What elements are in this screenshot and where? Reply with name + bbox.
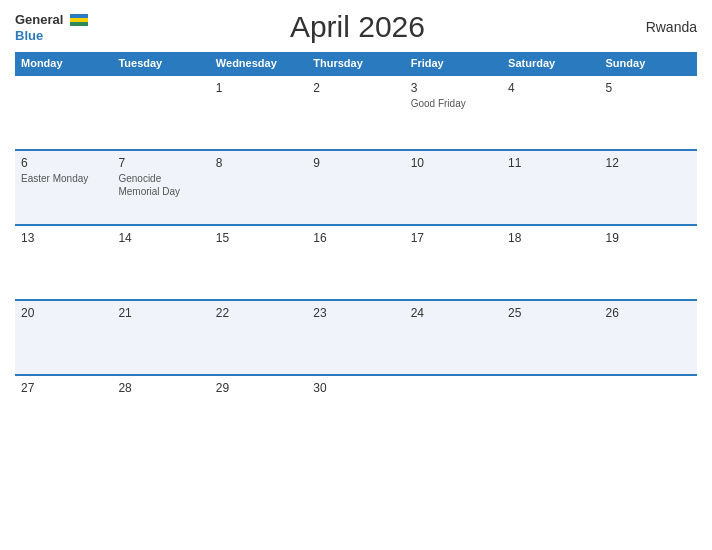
calendar-cell: 28 <box>112 375 209 450</box>
calendar-title: April 2026 <box>88 10 627 44</box>
calendar-cell: 16 <box>307 225 404 300</box>
header: General Blue April 2026 Rwanda <box>15 10 697 44</box>
col-wednesday: Wednesday <box>210 52 307 75</box>
day-number: 23 <box>313 306 398 320</box>
calendar-cell: 1 <box>210 75 307 150</box>
calendar-cell: 8 <box>210 150 307 225</box>
calendar-cell: 27 <box>15 375 112 450</box>
day-number: 3 <box>411 81 496 95</box>
calendar-cell <box>112 75 209 150</box>
calendar-cell: 11 <box>502 150 599 225</box>
day-number: 4 <box>508 81 593 95</box>
calendar-page: General Blue April 2026 Rwanda Monday Tu… <box>0 0 712 550</box>
calendar-cell: 29 <box>210 375 307 450</box>
country-label: Rwanda <box>627 19 697 35</box>
logo: General Blue <box>15 11 88 43</box>
col-sunday: Sunday <box>600 52 697 75</box>
logo-flag-icon <box>70 14 88 26</box>
day-number: 15 <box>216 231 301 245</box>
day-number: 14 <box>118 231 203 245</box>
calendar-cell <box>405 375 502 450</box>
calendar-cell: 22 <box>210 300 307 375</box>
week-row-1: 123Good Friday45 <box>15 75 697 150</box>
calendar-cell: 10 <box>405 150 502 225</box>
col-friday: Friday <box>405 52 502 75</box>
logo-bottom: Blue <box>15 27 88 43</box>
col-saturday: Saturday <box>502 52 599 75</box>
day-number: 20 <box>21 306 106 320</box>
day-number: 25 <box>508 306 593 320</box>
day-number: 29 <box>216 381 301 395</box>
calendar-cell: 25 <box>502 300 599 375</box>
day-number: 22 <box>216 306 301 320</box>
logo-blue-text: Blue <box>15 28 43 43</box>
logo-top: General <box>15 11 88 27</box>
calendar-cell: 5 <box>600 75 697 150</box>
col-tuesday: Tuesday <box>112 52 209 75</box>
day-number: 26 <box>606 306 691 320</box>
logo-general-text: General <box>15 12 63 27</box>
day-number: 27 <box>21 381 106 395</box>
calendar-table: Monday Tuesday Wednesday Thursday Friday… <box>15 52 697 450</box>
day-number: 30 <box>313 381 398 395</box>
calendar-cell: 3Good Friday <box>405 75 502 150</box>
calendar-cell: 18 <box>502 225 599 300</box>
day-number: 5 <box>606 81 691 95</box>
day-number: 16 <box>313 231 398 245</box>
holiday-label: Easter Monday <box>21 172 106 185</box>
week-row-5: 27282930 <box>15 375 697 450</box>
calendar-cell: 19 <box>600 225 697 300</box>
col-monday: Monday <box>15 52 112 75</box>
calendar-cell: 9 <box>307 150 404 225</box>
calendar-body: 123Good Friday456Easter Monday7Genocide … <box>15 75 697 450</box>
day-number: 6 <box>21 156 106 170</box>
week-row-2: 6Easter Monday7Genocide Memorial Day8910… <box>15 150 697 225</box>
day-number: 7 <box>118 156 203 170</box>
calendar-cell: 17 <box>405 225 502 300</box>
calendar-cell: 15 <box>210 225 307 300</box>
calendar-cell: 4 <box>502 75 599 150</box>
calendar-cell <box>15 75 112 150</box>
holiday-label: Genocide Memorial Day <box>118 172 203 198</box>
calendar-cell: 24 <box>405 300 502 375</box>
calendar-cell: 14 <box>112 225 209 300</box>
day-number: 21 <box>118 306 203 320</box>
calendar-cell: 20 <box>15 300 112 375</box>
day-number: 24 <box>411 306 496 320</box>
calendar-cell: 23 <box>307 300 404 375</box>
calendar-cell: 13 <box>15 225 112 300</box>
holiday-label: Good Friday <box>411 97 496 110</box>
calendar-cell: 26 <box>600 300 697 375</box>
col-thursday: Thursday <box>307 52 404 75</box>
calendar-cell: 6Easter Monday <box>15 150 112 225</box>
calendar-cell <box>502 375 599 450</box>
days-header-row: Monday Tuesday Wednesday Thursday Friday… <box>15 52 697 75</box>
calendar-cell: 12 <box>600 150 697 225</box>
day-number: 8 <box>216 156 301 170</box>
day-number: 9 <box>313 156 398 170</box>
calendar-cell: 30 <box>307 375 404 450</box>
calendar-cell: 2 <box>307 75 404 150</box>
day-number: 1 <box>216 81 301 95</box>
day-number: 13 <box>21 231 106 245</box>
week-row-4: 20212223242526 <box>15 300 697 375</box>
calendar-cell <box>600 375 697 450</box>
week-row-3: 13141516171819 <box>15 225 697 300</box>
day-number: 10 <box>411 156 496 170</box>
calendar-cell: 21 <box>112 300 209 375</box>
day-number: 19 <box>606 231 691 245</box>
calendar-cell: 7Genocide Memorial Day <box>112 150 209 225</box>
day-number: 17 <box>411 231 496 245</box>
day-number: 2 <box>313 81 398 95</box>
day-number: 11 <box>508 156 593 170</box>
calendar-header: Monday Tuesday Wednesday Thursday Friday… <box>15 52 697 75</box>
day-number: 12 <box>606 156 691 170</box>
day-number: 18 <box>508 231 593 245</box>
day-number: 28 <box>118 381 203 395</box>
